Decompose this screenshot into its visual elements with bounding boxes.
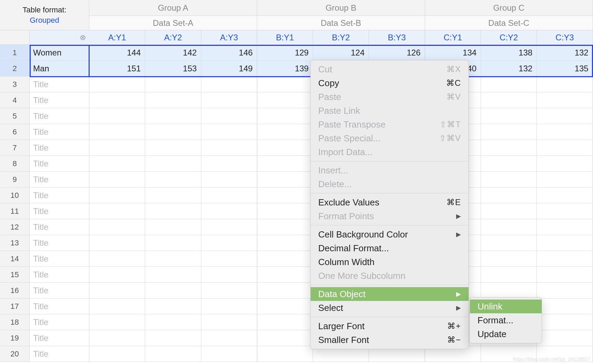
data-cell[interactable] [201, 235, 257, 251]
data-cell[interactable] [89, 203, 145, 219]
data-cell[interactable] [145, 156, 201, 171]
data-cell[interactable] [89, 330, 145, 346]
submenu-item[interactable]: Update [470, 327, 542, 341]
data-cell[interactable] [145, 140, 201, 155]
data-cell[interactable] [145, 283, 201, 298]
row-label[interactable]: Title [30, 156, 89, 171]
table-row[interactable]: 4Title [0, 92, 593, 108]
subcol-a-y2[interactable]: A:Y2 [145, 30, 201, 44]
data-cell[interactable] [257, 203, 313, 219]
menu-item[interactable]: Exclude Values⌘E [311, 195, 469, 209]
row-number[interactable]: 2 [0, 61, 30, 76]
group-header-a[interactable]: Group A [89, 0, 257, 16]
data-cell[interactable] [481, 156, 537, 171]
data-cell[interactable] [481, 77, 537, 92]
data-cell[interactable] [89, 299, 145, 314]
table-row[interactable]: 20Title [0, 346, 593, 362]
data-cell[interactable] [145, 299, 201, 314]
row-label[interactable]: Man [30, 61, 89, 76]
data-cell[interactable] [201, 172, 257, 187]
data-cell[interactable]: 132 [537, 45, 593, 60]
data-cell[interactable] [89, 92, 145, 108]
data-cell[interactable] [537, 77, 593, 92]
data-cell[interactable] [201, 108, 257, 124]
data-cell[interactable] [145, 346, 201, 362]
data-cell[interactable]: 124 [313, 45, 369, 60]
data-cell[interactable] [145, 235, 201, 251]
data-cell[interactable] [257, 330, 313, 346]
data-cell[interactable] [201, 92, 257, 108]
corner-format-box[interactable]: Table format: Grouped [0, 0, 89, 30]
data-cell[interactable] [537, 140, 593, 155]
data-cell[interactable] [145, 203, 201, 219]
table-row[interactable]: 14Title [0, 251, 593, 267]
table-format-value[interactable]: Grouped [30, 16, 59, 25]
row-number[interactable]: 14 [0, 251, 30, 266]
data-cell[interactable] [201, 219, 257, 235]
table-row[interactable]: 7Title [0, 140, 593, 156]
submenu-item[interactable]: Unlink [470, 300, 542, 313]
data-cell[interactable] [201, 156, 257, 171]
row-number[interactable]: 3 [0, 77, 30, 92]
data-cell[interactable] [201, 283, 257, 298]
data-cell[interactable] [257, 283, 313, 298]
data-cell[interactable] [201, 124, 257, 140]
data-cell[interactable] [145, 330, 201, 346]
data-cell[interactable] [257, 92, 313, 108]
row-label[interactable]: Title [30, 92, 89, 108]
data-cell[interactable] [537, 203, 593, 219]
data-cell[interactable] [257, 267, 313, 282]
row-label[interactable]: Title [30, 188, 89, 203]
data-cell[interactable] [201, 188, 257, 203]
subcol-b-y3[interactable]: B:Y3 [369, 30, 425, 44]
data-cell[interactable] [537, 299, 593, 314]
dataset-header-a[interactable]: Data Set-A [89, 16, 257, 30]
data-cell[interactable] [537, 172, 593, 187]
menu-item[interactable]: Data Object▶ [311, 287, 469, 301]
data-cell[interactable] [257, 77, 313, 92]
row-number[interactable]: 12 [0, 219, 30, 235]
row-label[interactable]: Title [30, 235, 89, 251]
data-cell[interactable] [481, 92, 537, 108]
menu-item[interactable]: Cell Background Color▶ [311, 228, 469, 241]
row-label[interactable]: Title [30, 203, 89, 219]
data-cell[interactable] [145, 219, 201, 235]
data-cell[interactable] [257, 172, 313, 187]
subcol-b-y1[interactable]: B:Y1 [257, 30, 313, 44]
data-cell[interactable] [201, 267, 257, 282]
row-label[interactable]: Title [30, 314, 89, 330]
data-cell[interactable] [257, 108, 313, 124]
row-label[interactable]: Title [30, 251, 89, 266]
data-cell[interactable]: 151 [89, 61, 145, 76]
data-cell[interactable]: 149 [201, 61, 257, 76]
subcol-b-y2[interactable]: B:Y2 [313, 30, 369, 44]
data-cell[interactable] [481, 108, 537, 124]
data-cell[interactable] [145, 251, 201, 266]
row-number[interactable]: 18 [0, 314, 30, 330]
data-cell[interactable] [201, 251, 257, 266]
data-cell[interactable] [89, 346, 145, 362]
row-number[interactable]: 7 [0, 140, 30, 155]
data-cell[interactable] [537, 188, 593, 203]
row-label[interactable]: Title [30, 283, 89, 298]
row-label[interactable]: Title [30, 140, 89, 155]
table-row[interactable]: 15Title [0, 267, 593, 283]
data-cell[interactable]: 126 [369, 45, 425, 60]
menu-item[interactable]: Copy⌘C [311, 76, 469, 90]
table-row[interactable]: 2Man151153149139140132135 [0, 61, 593, 77]
row-label[interactable]: Title [30, 267, 89, 282]
dataset-header-b[interactable]: Data Set-B [257, 16, 425, 30]
data-cell[interactable] [537, 156, 593, 171]
data-cell[interactable] [481, 124, 537, 140]
data-cell[interactable] [537, 92, 593, 108]
data-cell[interactable] [89, 314, 145, 330]
data-cell[interactable]: 146 [201, 45, 257, 60]
data-cell[interactable] [89, 267, 145, 282]
data-cell[interactable] [145, 314, 201, 330]
row-number[interactable]: 6 [0, 124, 30, 140]
data-cell[interactable] [257, 299, 313, 314]
row-label[interactable]: Title [30, 108, 89, 124]
menu-item[interactable]: Smaller Font⌘− [311, 333, 469, 347]
row-number[interactable]: 10 [0, 188, 30, 203]
menu-item[interactable]: Decimal Format... [311, 241, 469, 255]
